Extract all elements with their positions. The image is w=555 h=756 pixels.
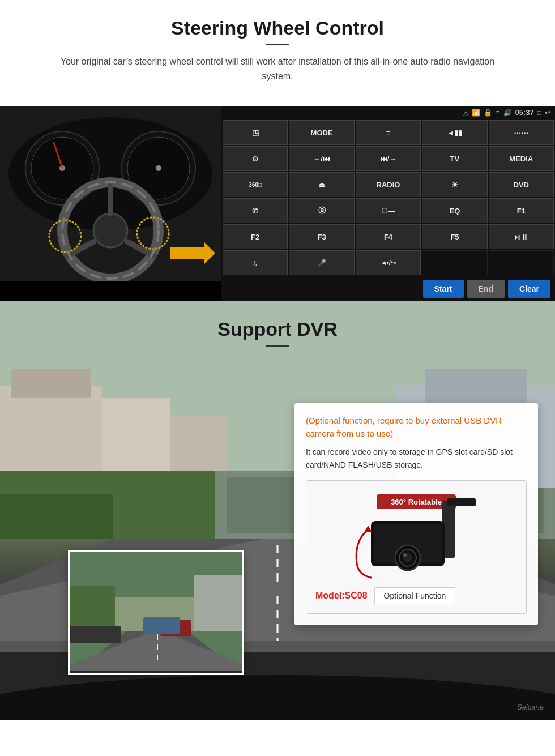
svg-rect-20 bbox=[11, 369, 91, 398]
lock-icon: 🔒 bbox=[484, 109, 492, 117]
steering-section: Steering Wheel Control Your original car… bbox=[0, 0, 555, 106]
dvr-optional-text: (Optional function, require to buy exter… bbox=[306, 415, 527, 440]
btn-tv[interactable]: TV bbox=[422, 146, 487, 171]
btn-dvd[interactable]: DVD bbox=[489, 172, 554, 197]
status-time: 05:37 bbox=[515, 108, 534, 117]
svg-rect-59 bbox=[143, 617, 180, 634]
btn-music[interactable]: ♫ bbox=[223, 250, 288, 275]
dvr-model-bar: Model:SC08 Optional Function bbox=[315, 587, 517, 604]
wifi-icon: 📶 bbox=[472, 109, 480, 117]
steering-divider bbox=[266, 44, 289, 45]
btn-backfwd[interactable]: ◄•/↪ bbox=[356, 250, 421, 275]
dvr-title: Support DVR bbox=[0, 318, 555, 340]
btn-prev[interactable]: ←/⏮ bbox=[289, 146, 354, 171]
end-button[interactable]: End bbox=[467, 280, 505, 298]
btn-phone[interactable]: ✆ bbox=[223, 198, 288, 223]
btn-mic[interactable]: 🎤 bbox=[289, 250, 354, 275]
notification-icon: ≡ bbox=[496, 109, 500, 117]
svg-rect-55 bbox=[70, 586, 115, 631]
svg-point-7 bbox=[156, 165, 161, 171]
btn-brightness[interactable]: ☀ bbox=[422, 172, 487, 197]
android-bottom-bar: Start End Clear bbox=[221, 276, 555, 301]
btn-apps[interactable]: ⋯⋯ bbox=[489, 120, 554, 145]
svg-rect-42 bbox=[447, 498, 476, 506]
dvr-title-area: Support DVR bbox=[0, 301, 555, 358]
window-icon: □ bbox=[537, 109, 541, 117]
optional-function-button[interactable]: Optional Function bbox=[374, 587, 456, 604]
btn-eject[interactable]: ⏏ bbox=[289, 172, 354, 197]
btn-menu[interactable]: ≡ bbox=[356, 120, 421, 145]
start-button[interactable]: Start bbox=[423, 280, 464, 298]
home-icon: △ bbox=[463, 109, 468, 117]
svg-rect-60 bbox=[70, 671, 244, 675]
btn-f5[interactable]: F5 bbox=[422, 224, 487, 249]
dvr-camera-box: 360° Rotatable bbox=[306, 480, 527, 614]
btn-home[interactable]: ◳ bbox=[223, 120, 288, 145]
btn-eq[interactable]: EQ bbox=[422, 198, 487, 223]
android-button-grid: ◳ MODE ≡ ◄▮▮ ⋯⋯ ⊙ ←/⏮ ⏭/→ TV MEDIA 360□ … bbox=[221, 119, 555, 276]
svg-rect-36 bbox=[425, 369, 527, 403]
btn-f4[interactable]: F4 bbox=[356, 224, 421, 249]
btn-mode[interactable]: MODE bbox=[289, 120, 354, 145]
back-icon: ↩ bbox=[545, 109, 550, 117]
svg-rect-57 bbox=[70, 626, 121, 643]
steering-description: Your original car’s steering wheel contr… bbox=[45, 54, 510, 83]
svg-rect-24 bbox=[0, 494, 113, 539]
dvr-description: It can record video only to storage in G… bbox=[306, 446, 527, 471]
btn-f2[interactable]: F2 bbox=[223, 224, 288, 249]
svg-rect-56 bbox=[194, 575, 244, 631]
btn-media[interactable]: MEDIA bbox=[489, 146, 554, 171]
btn-f1[interactable]: F1 bbox=[489, 198, 554, 223]
dvr-section: Support DVR (Optional function, require … bbox=[0, 301, 555, 720]
dvr-info-card: (Optional function, require to buy exter… bbox=[294, 403, 538, 625]
steering-title: Steering Wheel Control bbox=[23, 17, 532, 39]
android-status-bar: △ 📶 🔒 ≡ 🔊 05:37 □ ↩ bbox=[221, 106, 555, 119]
dvr-model-label: Model:SC08 bbox=[315, 591, 368, 601]
svg-point-10 bbox=[93, 213, 127, 247]
volume-icon: 🔊 bbox=[503, 109, 512, 117]
btn-360[interactable]: 360□ bbox=[223, 172, 288, 197]
btn-playpause[interactable]: ⏯⏸ bbox=[489, 224, 554, 249]
steering-content-area: △ 📶 🔒 ≡ 🔊 05:37 □ ↩ ◳ MODE ≡ ◄▮▮ ⋯⋯ ⊙ ←/… bbox=[0, 106, 555, 301]
btn-mute[interactable]: ◄▮▮ bbox=[422, 120, 487, 145]
steering-photo bbox=[0, 106, 221, 281]
btn-next[interactable]: ⏭/→ bbox=[356, 146, 421, 171]
svg-point-48 bbox=[403, 553, 407, 557]
svg-marker-49 bbox=[364, 526, 372, 532]
camera-visual: 360° Rotatable bbox=[337, 490, 496, 580]
btn-settings[interactable]: ⊙ bbox=[223, 146, 288, 171]
btn-internet[interactable]: ⓔ bbox=[289, 198, 354, 223]
android-ui-panel: △ 📶 🔒 ≡ 🔊 05:37 □ ↩ ◳ MODE ≡ ◄▮▮ ⋯⋯ ⊙ ←/… bbox=[221, 106, 555, 301]
btn-empty1 bbox=[422, 250, 487, 275]
btn-screen[interactable]: ☐― bbox=[356, 198, 421, 223]
dvr-inset-photo bbox=[68, 550, 244, 675]
clear-button[interactable]: Clear bbox=[508, 280, 550, 298]
seicane-watermark: Seicane bbox=[517, 703, 544, 711]
btn-empty2 bbox=[489, 250, 554, 275]
btn-radio[interactable]: RADIO bbox=[356, 172, 421, 197]
svg-text:360° Rotatable: 360° Rotatable bbox=[391, 498, 442, 506]
btn-f3[interactable]: F3 bbox=[289, 224, 354, 249]
dvr-divider bbox=[266, 345, 289, 347]
dvr-background: Support DVR (Optional function, require … bbox=[0, 301, 555, 720]
